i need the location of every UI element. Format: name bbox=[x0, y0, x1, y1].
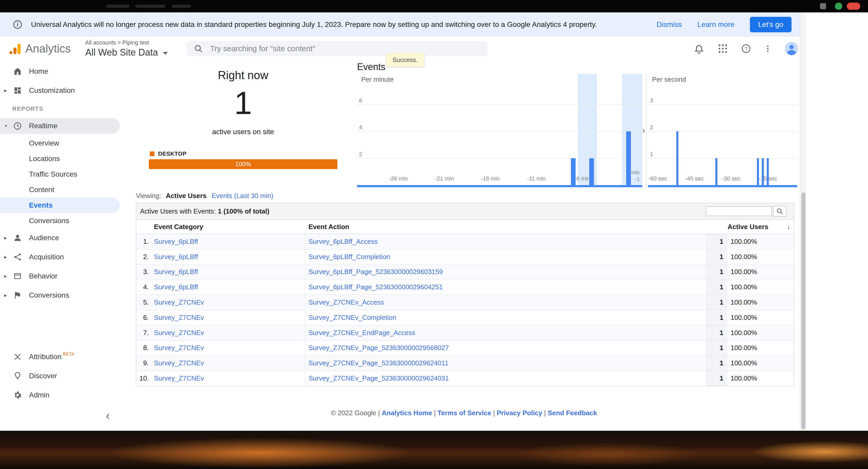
chart-y-axis-label: 2 bbox=[359, 151, 362, 158]
event-action-link[interactable]: Survey_6pLBff_Completion bbox=[305, 250, 707, 264]
event-action-link[interactable]: Survey_Z7CNEv_Page_523630000029624031 bbox=[305, 371, 707, 386]
chart-gridline bbox=[357, 105, 642, 105]
record-button[interactable] bbox=[847, 3, 860, 10]
column-header-event-category[interactable]: Event Category bbox=[149, 223, 305, 231]
chart-expand-chevron-icon[interactable]: › bbox=[642, 125, 645, 135]
tab-active-users[interactable]: Active Users bbox=[166, 192, 207, 200]
event-action-link[interactable]: Survey_Z7CNEv_Page_523630000029624011 bbox=[305, 356, 707, 371]
chart-bar bbox=[757, 158, 759, 185]
expand-caret-icon[interactable]: ▶ bbox=[0, 236, 11, 240]
chart-x-axis-label: -26 min bbox=[380, 175, 416, 182]
table-search-button[interactable] bbox=[773, 206, 786, 217]
home-icon bbox=[12, 66, 23, 77]
help-icon[interactable]: ? bbox=[741, 43, 751, 54]
active-users-percent: 100.00% bbox=[727, 250, 757, 264]
event-category-link[interactable]: Survey_6pLBff bbox=[149, 280, 305, 294]
sidebar-item-acquisition[interactable]: ▶ Acquisition bbox=[0, 249, 120, 265]
table-row: 2.Survey_6pLBffSurvey_6pLBff_Completion1… bbox=[136, 250, 794, 265]
table-row: 4.Survey_6pLBffSurvey_6pLBff_Page_523630… bbox=[136, 280, 794, 295]
apps-grid-icon[interactable] bbox=[717, 43, 728, 54]
expand-caret-icon[interactable]: ▶ bbox=[0, 88, 11, 93]
sidebar-item-attribution[interactable]: Attribution BETA bbox=[0, 349, 120, 364]
chart-bar bbox=[676, 131, 678, 185]
learn-more-button[interactable]: Learn more bbox=[698, 21, 735, 29]
event-action-link[interactable]: Survey_Z7CNEv_EndPage_Access bbox=[305, 325, 707, 340]
event-category-link[interactable]: Survey_Z7CNEv bbox=[149, 295, 305, 310]
sidebar: Home ▶ Customization REPORTS ▼ Realtime … bbox=[0, 60, 128, 431]
chevron-down-icon bbox=[163, 52, 168, 55]
tab-events-last-30-min[interactable]: Events (Last 30 min) bbox=[212, 192, 273, 200]
sidebar-collapse-button[interactable]: ‹ bbox=[106, 409, 110, 422]
sidebar-item-overview[interactable]: Overview bbox=[0, 136, 120, 151]
global-search[interactable] bbox=[187, 41, 488, 56]
column-header-event-action[interactable]: Event Action bbox=[305, 223, 707, 231]
table-search-input[interactable] bbox=[706, 206, 772, 216]
sidebar-item-events[interactable]: Events bbox=[0, 198, 120, 213]
sidebar-item-conversions-sub[interactable]: Conversions bbox=[0, 213, 120, 229]
sidebar-item-traffic-sources[interactable]: Traffic Sources bbox=[0, 167, 120, 182]
row-index: 8. bbox=[136, 341, 149, 355]
footer-link[interactable]: Analytics Home bbox=[382, 409, 432, 417]
collapse-caret-icon[interactable]: ▼ bbox=[0, 124, 11, 128]
scrollbar-thumb[interactable] bbox=[801, 193, 805, 429]
analytics-logo-icon bbox=[8, 42, 22, 55]
event-category-link[interactable]: Survey_Z7CNEv bbox=[149, 310, 305, 325]
sidebar-item-label: Acquisition bbox=[29, 253, 64, 261]
sort-descending-icon[interactable]: ↓ bbox=[787, 223, 790, 231]
avatar[interactable] bbox=[784, 41, 799, 56]
sidebar-item-discover[interactable]: Discover bbox=[0, 368, 120, 384]
column-header-active-users[interactable]: Active Users ↓ bbox=[707, 223, 795, 231]
event-action-link[interactable]: Survey_6pLBff_Page_523630000029604251 bbox=[305, 280, 707, 294]
expand-caret-icon[interactable]: ▶ bbox=[0, 293, 11, 297]
event-category-link[interactable]: Survey_Z7CNEv bbox=[149, 371, 305, 386]
profile-status-icon[interactable] bbox=[835, 3, 842, 10]
sidebar-item-customization[interactable]: ▶ Customization bbox=[0, 83, 120, 98]
expand-caret-icon[interactable]: ▶ bbox=[0, 274, 11, 278]
event-action-link[interactable]: Survey_Z7CNEv_Completion bbox=[305, 310, 707, 325]
breadcrumb[interactable]: All accounts > Piping test bbox=[85, 39, 168, 46]
sidebar-item-locations[interactable]: Locations bbox=[0, 151, 120, 167]
sidebar-item-content[interactable]: Content bbox=[0, 182, 120, 198]
more-vertical-icon[interactable] bbox=[764, 43, 772, 54]
notifications-bell-icon[interactable] bbox=[693, 43, 705, 54]
event-category-link[interactable]: Survey_Z7CNEv bbox=[149, 356, 305, 371]
property-selector[interactable]: All Web Site Data bbox=[85, 47, 168, 58]
footer-link[interactable]: Terms of Service bbox=[438, 409, 491, 417]
event-action-link[interactable]: Survey_6pLBff_Page_523630000029603159 bbox=[305, 265, 707, 280]
product-name: Analytics bbox=[25, 42, 71, 55]
event-category-link[interactable]: Survey_Z7CNEv bbox=[149, 325, 305, 340]
event-action-link[interactable]: Survey_Z7CNEv_Access bbox=[305, 295, 707, 310]
discover-lightbulb-icon bbox=[12, 371, 23, 381]
sidebar-item-home[interactable]: Home bbox=[0, 64, 120, 79]
sidebar-item-admin[interactable]: Admin bbox=[0, 387, 120, 403]
active-users-value: 1 bbox=[707, 280, 727, 294]
expand-caret-icon[interactable]: ▶ bbox=[0, 255, 11, 259]
event-action-link[interactable]: Survey_Z7CNEv_Page_523630000029568027 bbox=[305, 341, 707, 355]
lets-go-button[interactable]: Let's go bbox=[750, 17, 792, 32]
event-category-link[interactable]: Survey_6pLBff bbox=[149, 234, 305, 249]
column-header-label: Active Users bbox=[727, 223, 768, 231]
chart-gridline bbox=[648, 158, 797, 159]
event-category-link[interactable]: Survey_6pLBff bbox=[149, 250, 305, 264]
chart-x-axis-label: -6 min bbox=[564, 175, 601, 182]
sidebar-item-behavior[interactable]: ▶ Behavior bbox=[0, 268, 120, 284]
event-category-link[interactable]: Survey_6pLBff bbox=[149, 265, 305, 280]
event-category-link[interactable]: Survey_Z7CNEv bbox=[149, 341, 305, 355]
event-action-link[interactable]: Survey_6pLBff_Access bbox=[305, 234, 707, 249]
vertical-scrollbar[interactable] bbox=[800, 12, 806, 431]
row-index: 6. bbox=[136, 310, 149, 325]
per-minute-chart: Per minute 246-26 min-21 min-16 min-11 m… bbox=[357, 74, 642, 188]
dismiss-button[interactable]: Dismiss bbox=[657, 21, 682, 29]
sidebar-item-label: Traffic Sources bbox=[29, 170, 77, 178]
active-users-value: 1 bbox=[707, 325, 727, 340]
sidebar-item-audience[interactable]: ▶ Audience bbox=[0, 230, 120, 245]
right-gutter bbox=[806, 12, 868, 431]
footer-link[interactable]: Privacy Policy bbox=[497, 409, 542, 417]
sidebar-item-conversions[interactable]: ▶ Conversions bbox=[0, 288, 120, 303]
footer-link[interactable]: Send Feedback bbox=[548, 409, 597, 417]
global-search-input[interactable] bbox=[209, 44, 459, 54]
acquisition-icon bbox=[12, 252, 23, 262]
active-users-percent: 100.00% bbox=[727, 265, 757, 280]
browser-extension-icon[interactable] bbox=[820, 3, 826, 9]
sidebar-item-realtime[interactable]: ▼ Realtime bbox=[0, 118, 120, 134]
